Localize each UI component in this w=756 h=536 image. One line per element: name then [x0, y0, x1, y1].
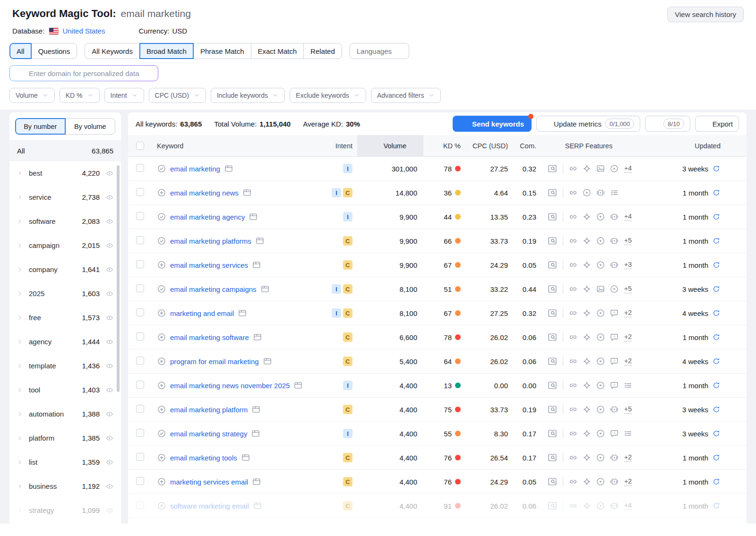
plus-circle-icon[interactable] — [157, 477, 166, 486]
refresh-icon[interactable] — [712, 429, 721, 438]
eye-icon[interactable] — [105, 458, 114, 467]
eye-icon[interactable] — [105, 193, 114, 202]
serp-preview-icon[interactable] — [547, 380, 558, 391]
plus-circle-icon[interactable] — [157, 332, 166, 342]
serp-more-link[interactable]: +5 — [624, 406, 632, 414]
languages-dropdown[interactable]: Languages — [350, 43, 409, 59]
serp-preview-icon[interactable] — [547, 428, 558, 439]
sidebar-item-2025[interactable]: 20251,603 — [9, 281, 121, 306]
chevron-right-icon[interactable] — [17, 363, 23, 369]
serp-more-link[interactable]: +5 — [624, 285, 632, 293]
eye-icon[interactable] — [105, 434, 114, 442]
filter-include-keywords[interactable]: Include keywords — [211, 88, 285, 103]
tab-exact-match[interactable]: Exact Match — [251, 43, 304, 59]
chevron-right-icon[interactable] — [17, 387, 23, 393]
serp-more-link[interactable]: +2 — [624, 309, 632, 317]
filter-cpc-usd[interactable]: CPC (USD) — [149, 88, 206, 103]
keyword-link[interactable]: email marketing software — [170, 333, 249, 341]
column-volume[interactable]: Volume — [357, 135, 423, 156]
plus-circle-icon[interactable] — [157, 188, 166, 197]
window-icon[interactable] — [293, 381, 303, 390]
keyword-link[interactable]: email marketing platforms — [170, 237, 251, 245]
chevron-right-icon[interactable] — [17, 435, 23, 442]
column-cpc[interactable]: CPC (USD) — [464, 135, 511, 156]
keyword-link[interactable]: software marketing email — [170, 502, 249, 510]
window-icon[interactable] — [224, 164, 233, 173]
window-icon[interactable] — [252, 477, 261, 486]
window-icon[interactable] — [241, 453, 250, 462]
tab-questions[interactable]: Questions — [31, 43, 77, 59]
sidebar-item-best[interactable]: best4,220 — [9, 161, 121, 185]
plus-circle-icon[interactable] — [157, 405, 166, 414]
refresh-icon[interactable] — [712, 453, 721, 462]
sidebar-item-strategy[interactable]: strategy1,099 — [9, 498, 121, 522]
check-circle-icon[interactable] — [157, 429, 166, 438]
serp-more-link[interactable]: +2 — [624, 454, 632, 462]
eye-icon[interactable] — [105, 338, 114, 346]
filter-volume[interactable]: Volume — [9, 88, 55, 103]
window-icon[interactable] — [249, 212, 258, 221]
refresh-icon[interactable] — [712, 213, 721, 221]
sidebar-item-list[interactable]: list1,359 — [9, 450, 121, 474]
refresh-icon[interactable] — [712, 188, 721, 197]
keyword-link[interactable]: email marketing agency — [170, 213, 245, 221]
keyword-link[interactable]: email marketing news november 2025 — [170, 382, 290, 390]
filter-exclude-keywords[interactable]: Exclude keywords — [290, 88, 366, 103]
refresh-icon[interactable] — [712, 237, 721, 245]
sidebar-item-service[interactable]: service2,738 — [9, 185, 121, 209]
tab-phrase-match[interactable]: Phrase Match — [193, 43, 251, 59]
refresh-icon[interactable] — [712, 261, 721, 269]
row-checkbox[interactable] — [136, 381, 144, 389]
sidebar-toggle-by-volume[interactable]: By volume — [65, 118, 116, 135]
tab-all-keywords[interactable]: All Keywords — [85, 43, 140, 59]
keyword-link[interactable]: email marketing campaigns — [170, 285, 257, 293]
serp-preview-icon[interactable] — [547, 236, 558, 246]
serp-preview-icon[interactable] — [547, 356, 558, 366]
sidebar-item-platform[interactable]: platform1,385 — [9, 426, 121, 450]
row-checkbox[interactable] — [136, 332, 144, 340]
eye-icon[interactable] — [105, 506, 114, 515]
keyword-link[interactable]: email marketing tools — [170, 454, 237, 462]
serp-preview-icon[interactable] — [547, 212, 558, 222]
refresh-icon[interactable] — [712, 381, 721, 390]
select-all-checkbox[interactable] — [136, 142, 144, 150]
sidebar-item-company[interactable]: company1,641 — [9, 257, 121, 281]
keyword-link[interactable]: program for email marketing — [170, 357, 259, 366]
sidebar-item-free[interactable]: free1,573 — [9, 306, 121, 330]
eye-icon[interactable] — [105, 314, 114, 322]
eye-icon[interactable] — [105, 241, 114, 250]
keyword-link[interactable]: marketing and email — [170, 309, 234, 317]
plus-circle-icon[interactable] — [157, 260, 166, 270]
keyword-link[interactable]: marketing services email — [170, 478, 248, 486]
sidebar-scrollbar[interactable] — [117, 165, 120, 392]
serp-more-link[interactable]: +2 — [624, 357, 632, 366]
serp-more-link[interactable]: +2 — [624, 333, 632, 341]
sidebar-item-software[interactable]: software2,083 — [9, 209, 121, 233]
eye-icon[interactable] — [105, 362, 114, 370]
row-checkbox[interactable] — [136, 164, 144, 172]
refresh-icon[interactable] — [712, 502, 721, 510]
sidebar-toggle-by-number[interactable]: By number — [15, 118, 66, 135]
refresh-icon[interactable] — [712, 477, 721, 486]
filter-kd[interactable]: KD % — [60, 88, 100, 103]
plus-circle-icon[interactable] — [157, 357, 166, 366]
eye-icon[interactable] — [105, 410, 114, 418]
check-circle-icon[interactable] — [157, 236, 166, 246]
eye-icon[interactable] — [105, 169, 114, 178]
plus-circle-icon[interactable] — [157, 308, 166, 318]
column-intent[interactable]: Intent — [326, 135, 357, 156]
column-kd[interactable]: KD % — [423, 135, 464, 156]
chevron-right-icon[interactable] — [17, 339, 23, 345]
chevron-right-icon[interactable] — [17, 194, 23, 201]
send-keywords-button[interactable]: Send keywords — [453, 116, 532, 132]
serp-preview-icon[interactable] — [547, 187, 558, 198]
sidebar-item-automation[interactable]: automation1,388 — [9, 402, 121, 426]
serp-more-link[interactable]: +4 — [624, 213, 632, 221]
chevron-right-icon[interactable] — [17, 266, 23, 273]
update-metrics-button[interactable]: Update metrics 0/1,000 — [536, 116, 640, 132]
serp-preview-icon[interactable] — [547, 308, 558, 318]
serp-more-link[interactable]: +4 — [624, 165, 632, 173]
eye-icon[interactable] — [105, 289, 114, 298]
sidebar-item-all[interactable]: All 63,865 — [9, 140, 121, 161]
sidebar-item-campaign[interactable]: campaign2,015 — [9, 233, 121, 257]
